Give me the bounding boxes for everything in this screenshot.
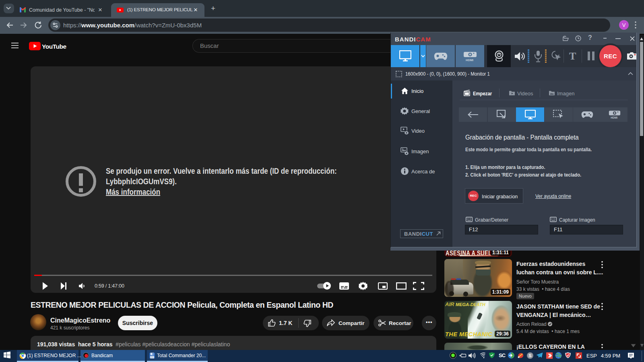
svg-text:YouTube: YouTube (42, 43, 66, 50)
svg-text:HDMI: HDMI (611, 116, 617, 119)
svg-text:HDMI: HDMI (466, 58, 473, 62)
